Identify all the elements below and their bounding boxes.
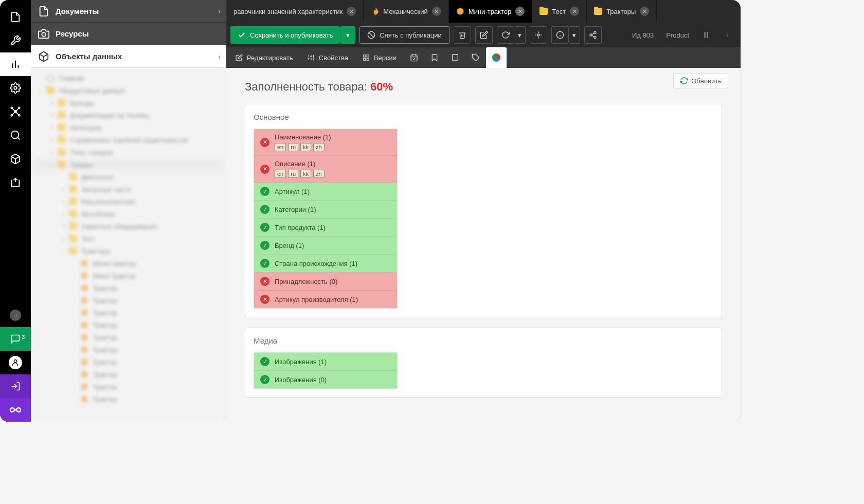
editor-tab[interactable]: равочники значений характеристик✕ <box>226 0 364 23</box>
icon-sidebar: sf 3 <box>0 0 31 422</box>
resources-header[interactable]: Ресурсы <box>31 23 226 45</box>
tree-node[interactable]: Главная <box>33 72 224 84</box>
tree-node[interactable]: −Продуктовые данные <box>33 84 224 97</box>
tree-node[interactable]: Трактор <box>33 331 224 344</box>
lang-tag: zh <box>313 170 325 178</box>
data-objects-header[interactable]: Объекты данных › <box>31 45 226 68</box>
close-panel-icon[interactable]: › <box>719 26 736 44</box>
tree-node[interactable]: +Типы товаров <box>33 146 224 158</box>
content-area: Обновить Заполненность товара: 60% Основ… <box>226 68 741 422</box>
object-id: Ид 803 <box>628 31 658 39</box>
tree-node[interactable]: +Тест <box>33 232 224 245</box>
subtab-properties[interactable]: Свойства <box>300 47 355 68</box>
user-icon[interactable] <box>0 351 31 374</box>
tree-node[interactable]: Трактор <box>33 393 224 405</box>
subtab-edit[interactable]: Редактировать <box>228 47 300 68</box>
object-type: Product <box>662 31 693 39</box>
reload-dropdown[interactable]: ▾ <box>514 26 526 44</box>
subtab-tags[interactable] <box>465 47 486 68</box>
field-row: ✓Изображения (1) <box>254 353 397 371</box>
close-icon[interactable]: ✕ <box>640 7 649 16</box>
logout-icon[interactable] <box>0 374 31 398</box>
subtab-notes[interactable] <box>445 47 465 68</box>
inbox-icon[interactable] <box>0 171 31 194</box>
editor-tab[interactable]: Тракторы✕ <box>587 0 657 23</box>
tree-node[interactable]: +Категории <box>33 121 224 134</box>
delete-button[interactable] <box>454 26 471 44</box>
tree-node[interactable]: Трактор <box>33 307 224 319</box>
close-icon[interactable]: ✕ <box>570 7 579 16</box>
field-row: ✓Страна происхождения (1) <box>254 255 397 273</box>
svg-point-33 <box>594 37 596 39</box>
unpublish-button[interactable]: Снять с публикации <box>359 26 449 44</box>
tree-node[interactable]: −Товары <box>33 158 224 171</box>
file-icon[interactable] <box>0 5 31 29</box>
editor-tab[interactable]: Механический✕ <box>364 0 449 23</box>
object-tree[interactable]: Главная−Продуктовые данные+Бренды+Докуме… <box>31 68 226 422</box>
field-row: ✕Наименование (1)enrukkzh <box>254 129 397 156</box>
symfony-icon[interactable]: sf <box>0 303 31 327</box>
search-icon[interactable] <box>0 123 31 147</box>
close-icon[interactable]: ✕ <box>432 7 441 16</box>
lang-tag: en <box>275 170 286 178</box>
editor-tab[interactable]: Мини-трактор✕ <box>449 0 532 23</box>
tree-node[interactable]: +Навесное оборудование <box>33 220 224 232</box>
x-icon: ✕ <box>260 165 269 174</box>
tree-node[interactable]: +Мотоблоки <box>33 208 224 220</box>
target-button[interactable] <box>530 26 547 44</box>
cube-icon[interactable] <box>0 147 31 171</box>
more-icon[interactable] <box>697 26 715 44</box>
network-icon[interactable] <box>0 100 31 123</box>
check-icon: ✓ <box>260 223 269 232</box>
svg-line-34 <box>592 35 595 37</box>
tree-node[interactable]: Двигатели <box>33 171 224 183</box>
tree-node[interactable]: +Справочники значений характеристик <box>33 134 224 146</box>
tree-node[interactable]: Трактор <box>33 319 224 331</box>
save-dropdown-button[interactable]: ▾ <box>340 26 355 44</box>
tree-node[interactable]: +Запасные части <box>33 183 224 195</box>
editor-tab[interactable]: Тест✕ <box>532 0 587 23</box>
subtab-schedule[interactable] <box>404 47 424 68</box>
chat-icon[interactable]: 3 <box>0 327 31 351</box>
info-dropdown[interactable]: ▾ <box>569 26 580 44</box>
field-row: ✓Артикул (1) <box>254 183 397 201</box>
infinity-icon[interactable] <box>0 398 31 422</box>
tree-node[interactable]: −Тракторы <box>33 245 224 257</box>
tree-node[interactable]: Трактор <box>33 356 224 368</box>
tree-node[interactable]: Мини-трактор <box>33 257 224 269</box>
refresh-button[interactable]: Обновить <box>673 73 728 88</box>
tree-node[interactable]: +Машинокомплект <box>33 195 224 208</box>
subtab-completeness[interactable] <box>486 47 507 68</box>
tree-node[interactable]: +Бренды <box>33 97 224 109</box>
resources-label: Ресурсы <box>56 29 89 38</box>
close-icon[interactable]: ✕ <box>347 7 356 16</box>
reload-button[interactable] <box>497 26 514 44</box>
tree-node[interactable]: Трактор <box>33 294 224 307</box>
check-icon: ✓ <box>260 205 269 214</box>
tree-node[interactable]: Трактор <box>33 368 224 381</box>
svg-rect-36 <box>705 32 706 38</box>
rename-button[interactable] <box>475 26 493 44</box>
group-title: Медиа <box>254 336 713 345</box>
tree-node[interactable]: +Документация на технику <box>33 109 224 121</box>
wrench-icon[interactable] <box>0 29 31 52</box>
share-button[interactable] <box>584 26 602 44</box>
documents-header[interactable]: Документы › <box>31 0 226 23</box>
close-icon[interactable]: ✕ <box>515 7 525 16</box>
subtab-versions[interactable]: Версии <box>355 47 404 68</box>
info-button[interactable] <box>551 26 569 44</box>
svg-point-16 <box>14 360 16 363</box>
tree-node[interactable]: Трактор <box>33 381 224 393</box>
tree-node[interactable]: Мини-трактор <box>33 269 224 282</box>
chart-icon[interactable] <box>0 52 31 76</box>
save-publish-button[interactable]: Сохранить и опубликовать <box>230 26 340 44</box>
lang-tag: zh <box>313 143 325 151</box>
gear-icon[interactable] <box>0 76 31 100</box>
field-group: Основное✕Наименование (1)enrukkzh✕Описан… <box>245 104 722 317</box>
svg-rect-49 <box>367 58 369 60</box>
tree-node[interactable]: Трактор <box>33 344 224 356</box>
tree-node[interactable]: Трактор <box>33 282 224 294</box>
lang-tag: en <box>275 143 286 151</box>
subtab-bookmark[interactable] <box>424 47 445 68</box>
svg-point-31 <box>594 31 596 33</box>
